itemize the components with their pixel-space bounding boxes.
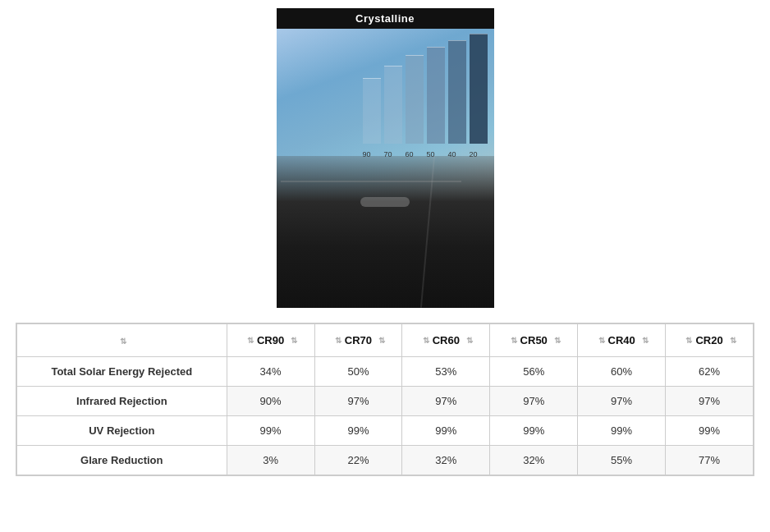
strip-90 [363,78,381,144]
cell-ir-cr70: 97% [314,387,402,416]
strip-60 [406,55,424,144]
sort-icon-label[interactable]: ⇅ [120,337,126,346]
tint-strips [363,37,488,144]
car-detail-line [281,181,461,182]
cell-tser-cr60: 53% [402,357,490,387]
table-row: Infrared Rejection 90% 97% 97% 97% 97% 9… [17,387,754,416]
strip-70 [384,66,402,144]
sort-icon-CR90-right[interactable]: ⇅ [291,336,297,345]
cell-uv-cr40: 99% [578,416,666,446]
cell-tser-cr20: 62% [666,357,754,387]
row-label-glare: Glare Reduction [17,446,227,475]
cell-uv-cr90: 99% [227,416,314,446]
cell-ir-cr20: 97% [666,387,754,416]
cell-ir-cr60: 97% [402,387,490,416]
strip-40 [448,40,466,144]
strip-50 [427,47,445,144]
sort-icon-CR50-right[interactable]: ⇅ [554,336,561,345]
cell-glare-cr50: 32% [490,446,578,475]
sort-icon-CR60[interactable]: ⇅ [423,336,429,345]
cell-ir-cr40: 97% [578,387,666,416]
sort-icon-CR60-right[interactable]: ⇅ [466,336,473,345]
product-image: 90 70 60 50 40 20 [277,29,494,308]
sort-icon-CR90[interactable]: ⇅ [247,336,254,345]
header-label-col: ⇅ [17,324,227,357]
table-header-row: ⇅ ⇅ CR90 ⇅ ⇅ CR70 ⇅ [17,324,754,357]
sort-icon-CR70[interactable]: ⇅ [335,336,341,345]
row-label-tser: Total Solar Energy Rejected [17,357,227,387]
cell-uv-cr20: 99% [666,416,754,446]
header-CR90[interactable]: ⇅ CR90 ⇅ [227,324,314,357]
cell-uv-cr70: 99% [314,416,402,446]
row-label-ir: Infrared Rejection [17,387,227,416]
specs-table: ⇅ ⇅ CR90 ⇅ ⇅ CR70 ⇅ [16,323,754,475]
sort-icon-CR70-right[interactable]: ⇅ [378,336,385,345]
header-CR50[interactable]: ⇅ CR50 ⇅ [490,324,578,357]
table-row: Total Solar Energy Rejected 34% 50% 53% … [17,357,754,387]
header-CR70[interactable]: ⇅ CR70 ⇅ [314,324,402,357]
cell-tser-cr50: 56% [490,357,578,387]
cell-glare-cr90: 3% [227,446,314,475]
cell-glare-cr40: 55% [578,446,666,475]
row-label-uv: UV Rejection [17,416,227,446]
sort-icon-CR40[interactable]: ⇅ [598,336,605,345]
cell-uv-cr50: 99% [490,416,578,446]
cell-glare-cr60: 32% [402,446,490,475]
cell-glare-cr70: 22% [314,446,402,475]
product-title: Crystalline [277,8,494,29]
car-interior-overlay [277,156,494,308]
product-image-wrapper: Crystalline 90 70 60 50 40 20 [277,8,494,308]
cell-glare-cr20: 77% [666,446,754,475]
sort-icon-CR40-right[interactable]: ⇅ [642,336,649,345]
header-CR20[interactable]: ⇅ CR20 ⇅ [666,324,754,357]
page-container: Crystalline 90 70 60 50 40 20 [0,0,770,532]
header-CR60[interactable]: ⇅ CR60 ⇅ [402,324,490,357]
header-CR40[interactable]: ⇅ CR40 ⇅ [578,324,666,357]
cell-ir-cr50: 97% [490,387,578,416]
data-table-wrapper: ⇅ ⇅ CR90 ⇅ ⇅ CR70 ⇅ [16,323,754,476]
cell-ir-cr90: 90% [227,387,314,416]
sort-icon-CR50[interactable]: ⇅ [511,336,517,345]
table-row: UV Rejection 99% 99% 99% 99% 99% 99% [17,416,754,446]
cell-uv-cr60: 99% [402,416,490,446]
sort-icon-CR20[interactable]: ⇅ [685,336,692,345]
cell-tser-cr90: 34% [227,357,314,387]
cell-tser-cr70: 50% [314,357,402,387]
strip-20 [470,34,488,144]
table-row: Glare Reduction 3% 22% 32% 32% 55% 77% [17,446,754,475]
sort-icon-CR20-right[interactable]: ⇅ [730,336,736,345]
cell-tser-cr40: 60% [578,357,666,387]
